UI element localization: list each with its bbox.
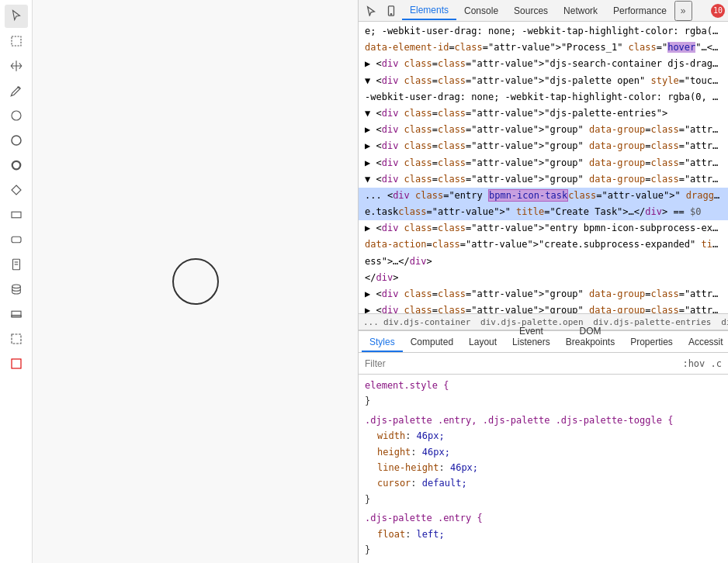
rect-bottom-tool[interactable]: [5, 302, 28, 326]
style-tab-styles[interactable]: Styles: [362, 333, 403, 352]
left-toolbar: [0, 0, 33, 563]
devtools-main: e; -webkit-user-drag: none; -webkit-tap-…: [359, 22, 728, 563]
style-tab-layout[interactable]: Layout: [461, 333, 504, 352]
tab-sources[interactable]: Sources: [506, 2, 556, 19]
dom-line[interactable]: ▶ <div class=class="attr-value">"group" …: [359, 122, 728, 138]
select-tool[interactable]: [5, 29, 28, 53]
filter-input[interactable]: [365, 358, 679, 369]
svg-point-10: [12, 285, 20, 288]
svg-rect-0: [12, 36, 21, 46]
devtools-topbar: Elements Console Sources Network Perform…: [359, 0, 728, 22]
devtools-mobile-icon[interactable]: [383, 3, 399, 19]
tab-console[interactable]: Console: [456, 2, 506, 19]
dom-line[interactable]: ▶ <div class=class="attr-value">"group" …: [359, 286, 728, 302]
bpmn-circle: [172, 258, 219, 305]
dom-line[interactable]: ▶ <div class=class="attr-value">"group" …: [359, 155, 728, 171]
svg-point-2: [12, 136, 21, 145]
filter-pseudo-button[interactable]: :hov .c: [682, 358, 722, 369]
dom-line[interactable]: ▶ <div class=class="attr-value">"djs-sea…: [359, 56, 728, 72]
css-property-line: line-height: 46px;: [365, 460, 722, 475]
css-selector: .djs-palette .entry {: [365, 510, 722, 526]
dom-line[interactable]: ▼ <div class=class="attr-value">"djs-pal…: [359, 73, 728, 89]
filter-bar: :hov .c: [359, 353, 728, 375]
breadcrumb-separator: [714, 317, 719, 327]
dom-line[interactable]: e; -webkit-user-drag: none; -webkit-tap-…: [359, 23, 728, 40]
css-selector: element.style {: [365, 378, 722, 393]
breadcrumb-separator: [473, 317, 478, 327]
svg-point-3: [12, 161, 20, 170]
css-close-brace: }: [365, 492, 722, 507]
breadcrumb-dots: ...: [363, 317, 379, 327]
svg-rect-6: [12, 237, 21, 243]
dom-line[interactable]: ▼ <div class=class="attr-value">"djs-pal…: [359, 105, 728, 122]
svg-point-1: [12, 111, 21, 120]
svg-marker-4: [12, 185, 21, 195]
svg-rect-5: [12, 212, 21, 218]
move-tool[interactable]: [5, 54, 28, 78]
error-rect-tool[interactable]: [5, 352, 28, 375]
styles-section: StylesComputedLayoutEvent ListenersDOM B…: [359, 330, 728, 563]
tab-more[interactable]: »: [674, 1, 692, 21]
dom-section: e; -webkit-user-drag: none; -webkit-tap-…: [359, 22, 728, 313]
tab-performance[interactable]: Performance: [605, 2, 674, 19]
style-tab-computed[interactable]: Computed: [403, 333, 461, 352]
doc-tool[interactable]: [5, 253, 28, 276]
dom-tree[interactable]: e; -webkit-user-drag: none; -webkit-tap-…: [359, 22, 728, 313]
dom-line[interactable]: -webkit-user-drag: none; -webkit-tap-hig…: [359, 89, 728, 105]
circle-medium-tool[interactable]: [5, 129, 28, 152]
svg-rect-13: [12, 334, 21, 344]
devtools-cursor-icon[interactable]: [362, 2, 380, 20]
css-property-line: height: 46px;: [365, 444, 722, 460]
styles-tabs: StylesComputedLayoutEvent ListenersDOM B…: [359, 331, 728, 353]
css-rules: element.style {}.djs-palette .entry, .dj…: [359, 375, 728, 563]
css-property-line: float: left;: [365, 527, 722, 542]
devtools-panel: Elements Console Sources Network Perform…: [359, 0, 728, 563]
devtools-close-button[interactable]: 10: [711, 4, 725, 18]
diamond-tool[interactable]: [5, 178, 28, 202]
dom-line[interactable]: ess">…</div>: [359, 254, 728, 270]
style-tab-accessit[interactable]: Accessit: [681, 333, 728, 352]
svg-rect-12: [12, 316, 21, 317]
tab-network[interactable]: Network: [556, 2, 605, 19]
css-selector: .djs-palette .entry, .djs-palette .djs-p…: [365, 413, 722, 428]
dom-line[interactable]: data-element-id=class="attr-value">"Proc…: [359, 40, 728, 56]
svg-rect-14: [12, 359, 21, 368]
css-property-line: width: 46px;: [365, 428, 722, 444]
canvas-area: [33, 0, 359, 563]
dom-line[interactable]: data-action=class="attr-value">"create.s…: [359, 237, 728, 253]
style-tab-dom-breakpoints[interactable]: DOM Breakpoints: [558, 323, 622, 352]
dom-line[interactable]: ▼ <div class=class="attr-value">"group" …: [359, 171, 728, 188]
css-close-brace: }: [365, 542, 722, 558]
cursor-tool[interactable]: [5, 5, 28, 28]
dom-line[interactable]: ... <div class="entry bpmn-icon-taskclas…: [359, 188, 728, 204]
dom-line[interactable]: e.taskclass="attr-value">" title="Create…: [359, 204, 728, 220]
svg-point-16: [390, 13, 391, 14]
circle-thick-tool[interactable]: [5, 154, 28, 177]
style-tab-event-listeners[interactable]: Event Listeners: [504, 323, 558, 352]
rect-rounded-tool[interactable]: [5, 228, 28, 251]
breadcrumb-item[interactable]: div.group: [719, 317, 728, 327]
select-rect-tool[interactable]: [5, 327, 28, 351]
style-tab-properties[interactable]: Properties: [622, 333, 681, 352]
rect-tool[interactable]: [5, 203, 28, 226]
css-property-line: cursor: default;: [365, 475, 722, 491]
pen-tool[interactable]: [5, 79, 28, 102]
dom-line[interactable]: ▶ <div class=class="attr-value">"group" …: [359, 302, 728, 313]
css-close-brace: }: [365, 393, 722, 409]
dom-line[interactable]: ▶ <div class=class="attr-value">"entry b…: [359, 220, 728, 237]
circle-outline-tool[interactable]: [5, 104, 28, 127]
db-tool[interactable]: [5, 278, 28, 301]
tab-elements[interactable]: Elements: [402, 2, 456, 20]
dom-line[interactable]: </div>: [359, 270, 728, 286]
dom-line[interactable]: ▶ <div class=class="attr-value">"group" …: [359, 138, 728, 154]
breadcrumb-item[interactable]: div.djs-container: [382, 317, 473, 327]
